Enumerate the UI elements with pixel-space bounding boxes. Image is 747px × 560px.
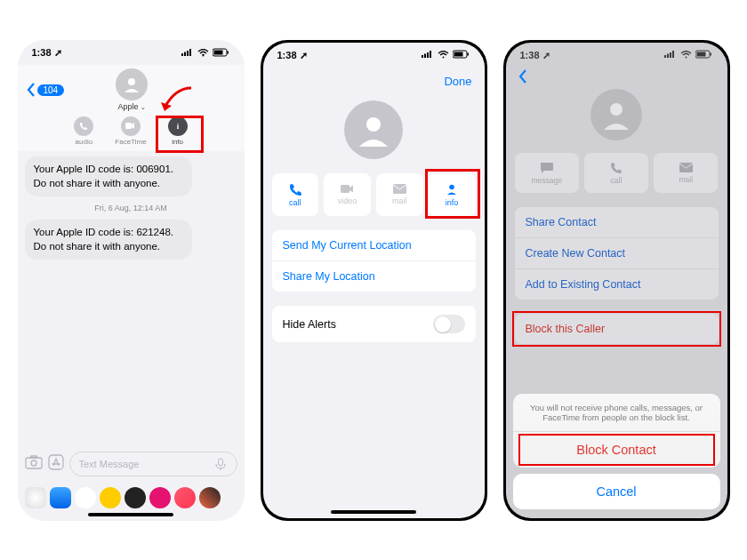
call-button[interactable]: call — [272, 173, 319, 216]
svg-point-31 — [685, 57, 687, 59]
svg-rect-9 — [125, 123, 132, 129]
contact-avatar[interactable] — [590, 89, 642, 140]
status-time: 1:38 ➚ — [32, 47, 62, 59]
signal-icon — [664, 50, 677, 60]
app-icon[interactable] — [199, 487, 221, 508]
facetime-button[interactable]: FaceTime — [115, 116, 146, 146]
app-icon[interactable] — [124, 487, 146, 508]
message-icon — [540, 162, 553, 173]
location-options: Send My Current Location Share My Locati… — [272, 230, 476, 292]
video-icon — [341, 185, 354, 194]
phone-icon — [289, 183, 301, 196]
audio-button[interactable]: audio — [74, 116, 93, 146]
app-icon[interactable] — [100, 487, 121, 508]
svg-rect-2 — [187, 51, 189, 56]
app-icon[interactable] — [174, 487, 196, 508]
svg-point-4 — [202, 54, 204, 56]
svg-rect-1 — [184, 52, 186, 56]
mail-icon — [393, 184, 406, 194]
message-bubble[interactable]: Your Apple ID code is: 621248. Do not sh… — [25, 220, 192, 260]
app-icon[interactable] — [25, 487, 46, 508]
hide-alerts-label: Hide Alerts — [283, 318, 336, 331]
svg-rect-24 — [341, 185, 349, 193]
annotation-arrow — [159, 86, 195, 120]
share-contact-button[interactable]: Share Contact — [515, 207, 719, 238]
highlight-box-info — [425, 169, 480, 219]
svg-rect-21 — [454, 52, 462, 57]
svg-point-12 — [31, 460, 36, 466]
home-indicator[interactable] — [88, 513, 173, 516]
message-bubble[interactable]: Your Apple ID code is: 006901. Do not sh… — [25, 156, 192, 196]
svg-rect-0 — [181, 53, 183, 56]
svg-rect-16 — [424, 54, 426, 59]
unread-count: 104 — [37, 84, 65, 96]
svg-rect-14 — [218, 459, 222, 466]
app-icon[interactable] — [75, 487, 96, 508]
done-button[interactable]: Done — [263, 68, 485, 95]
mail-button[interactable]: mail — [376, 173, 423, 216]
conversation-header: 104 Apple ⌄ audio FaceTime — [18, 65, 245, 151]
home-indicator[interactable] — [331, 510, 416, 514]
phone-1-messages: 1:38 ➚ 104 Apple ⌄ — [18, 40, 245, 521]
app-icon[interactable] — [50, 487, 71, 508]
message-list: Your Apple ID code is: 006901. Do not sh… — [18, 151, 245, 272]
message-input-bar: Text Message — [18, 448, 245, 480]
contact-avatar[interactable] — [116, 68, 148, 100]
svg-rect-11 — [26, 458, 42, 468]
signal-icon — [422, 50, 434, 60]
highlight-box-block-contact — [518, 434, 715, 466]
mic-icon[interactable] — [213, 457, 228, 471]
text-input[interactable]: Text Message — [69, 452, 237, 476]
svg-rect-29 — [670, 52, 671, 58]
battery-icon — [695, 50, 713, 60]
highlight-box-info — [156, 116, 204, 153]
mail-button[interactable]: mail — [654, 153, 718, 193]
wifi-icon — [438, 50, 449, 60]
back-button[interactable] — [506, 68, 727, 87]
message-button[interactable]: message — [515, 153, 579, 193]
svg-rect-15 — [422, 55, 423, 58]
share-location-button[interactable]: Share My Location — [272, 261, 476, 292]
hide-alerts-row: Hide Alerts — [272, 306, 476, 342]
video-button[interactable]: video — [324, 173, 371, 216]
appstore-icon[interactable] — [48, 454, 64, 474]
phone-2-contact-info: 1:38 ➚ Done call video — [261, 40, 487, 521]
contact-avatar[interactable] — [344, 100, 403, 159]
add-existing-button[interactable]: Add to Existing Contact — [515, 269, 719, 300]
camera-icon[interactable] — [25, 455, 43, 473]
back-button[interactable]: 104 — [27, 83, 65, 97]
svg-rect-27 — [664, 55, 666, 58]
create-contact-button[interactable]: Create New Contact — [515, 238, 719, 269]
svg-rect-6 — [213, 51, 222, 55]
battery-icon — [213, 48, 230, 57]
app-drawer[interactable] — [18, 487, 245, 508]
phone-3-block-contact: 1:38 ➚ message ca — [503, 40, 730, 521]
svg-point-8 — [128, 78, 135, 85]
status-bar: 1:38 ➚ — [18, 40, 245, 65]
svg-rect-28 — [667, 54, 669, 59]
call-button[interactable]: call — [584, 153, 648, 193]
sheet-message: You will not receive phone calls, messag… — [513, 394, 720, 432]
block-caller-button[interactable]: Block this Caller — [515, 314, 719, 344]
status-bar: 1:38 ➚ — [506, 43, 727, 68]
svg-rect-3 — [189, 49, 191, 56]
timestamp: Fri, 6 Aug, 12:14 AM — [25, 204, 237, 212]
svg-point-35 — [610, 103, 622, 116]
wifi-icon — [197, 49, 209, 57]
status-bar: 1:38 ➚ — [263, 43, 485, 68]
hide-alerts-toggle[interactable] — [433, 315, 465, 333]
block-contact-button[interactable]: Block Contact — [513, 432, 720, 468]
svg-rect-33 — [696, 52, 705, 57]
svg-point-19 — [442, 57, 444, 59]
phone-icon — [610, 162, 622, 173]
signal-icon — [181, 49, 194, 57]
svg-rect-30 — [672, 51, 674, 58]
svg-rect-17 — [427, 52, 429, 58]
svg-rect-7 — [227, 52, 229, 54]
send-location-button[interactable]: Send My Current Location — [272, 230, 476, 261]
cancel-button[interactable]: Cancel — [513, 474, 720, 509]
mail-icon — [679, 163, 693, 172]
contact-options: Share Contact Create New Contact Add to … — [515, 207, 719, 300]
app-icon[interactable] — [149, 487, 171, 508]
svg-rect-22 — [467, 53, 469, 56]
